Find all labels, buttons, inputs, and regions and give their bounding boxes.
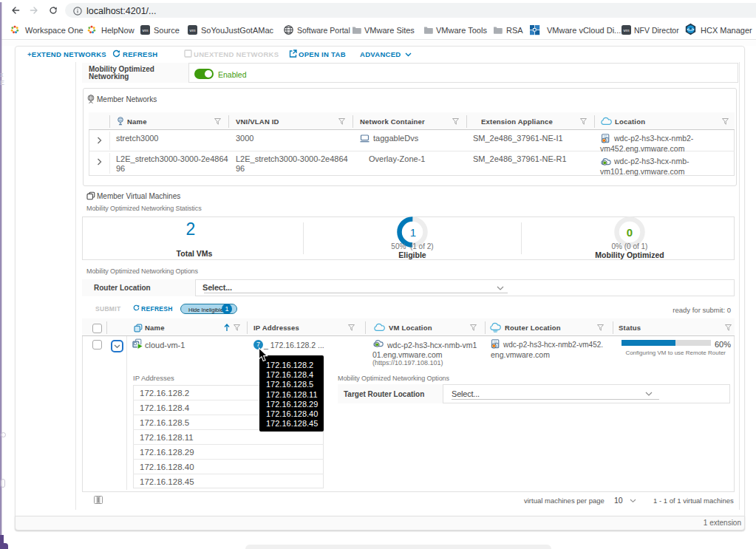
svg-text:1: 1 [410,226,416,239]
svg-text:vm: vm [624,28,630,33]
svg-text:0: 0 [627,226,633,239]
svg-text:vm: vm [143,28,149,33]
svg-text:vm: vm [190,28,196,33]
